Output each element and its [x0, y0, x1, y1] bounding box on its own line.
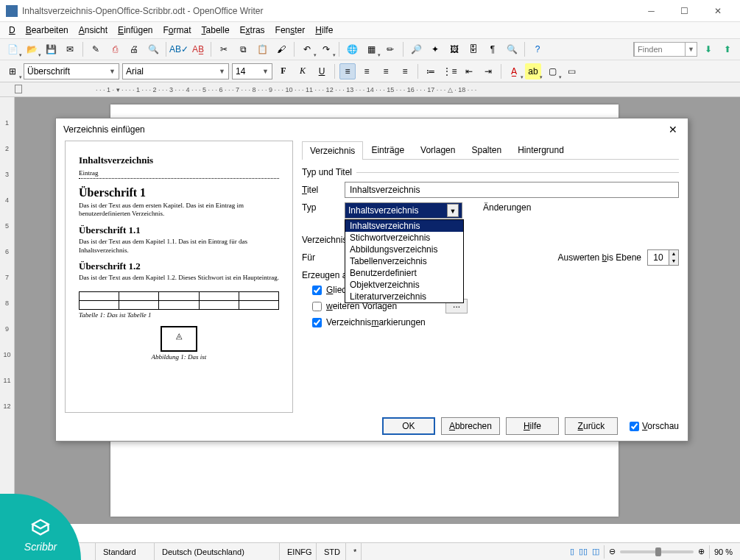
menu-einfuegen[interactable]: Einfügen	[113, 24, 157, 37]
pdf-icon[interactable]: ⎙	[107, 41, 123, 57]
preview-icon[interactable]: 🔍	[145, 41, 161, 57]
find-dropdown-icon[interactable]: ▼	[686, 46, 697, 53]
menu-extras[interactable]: Extras	[236, 24, 269, 37]
view-single-icon[interactable]: ▯	[570, 547, 574, 556]
cut-icon[interactable]: ✂	[216, 41, 232, 57]
tab-vorlagen[interactable]: Vorlagen	[412, 141, 463, 159]
typ-option-4[interactable]: Benutzerdefiniert	[345, 267, 463, 279]
paragraph-style-combo[interactable]: Überschrift▼	[24, 63, 119, 79]
view-multi-icon[interactable]: ▯▯	[579, 547, 588, 556]
back-button[interactable]: Zurück	[565, 417, 618, 435]
highlight-icon[interactable]: ab▾	[525, 63, 541, 79]
menu-bearbeiten[interactable]: Bearbeiten	[21, 24, 73, 37]
cb-outline[interactable]	[312, 286, 322, 295]
spin-up-icon[interactable]: ▲	[669, 250, 678, 258]
zoom-slider[interactable]	[620, 550, 694, 553]
bullets-icon[interactable]: ⋮≡	[442, 63, 458, 79]
preview-checkbox-wrap[interactable]: Vorschau	[630, 421, 679, 431]
tab-marker-icon[interactable]	[15, 85, 22, 93]
dialog-close-icon[interactable]: ✕	[666, 122, 680, 137]
autospell-icon[interactable]: AB̲	[190, 41, 206, 57]
find-icon[interactable]: 🔎	[408, 41, 424, 57]
styles-icon[interactable]: ⊞▾	[4, 63, 21, 79]
zoom-value[interactable]: 90 %	[714, 547, 733, 556]
menu-tabelle[interactable]: Tabelle	[197, 24, 234, 37]
typ-option-6[interactable]: Literaturverzeichnis	[345, 291, 463, 302]
indent-increase-icon[interactable]: ⇥	[480, 63, 496, 79]
tab-spalten[interactable]: Spalten	[463, 141, 510, 159]
redo-icon[interactable]: ↷▾	[318, 41, 334, 57]
font-color-icon[interactable]: A̲▾	[506, 63, 522, 79]
align-right-icon[interactable]: ≡	[378, 63, 394, 79]
align-justify-icon[interactable]: ≡	[397, 63, 413, 79]
format-paintbrush-icon[interactable]: 🖌	[273, 41, 289, 57]
indent-decrease-icon[interactable]: ⇤	[461, 63, 477, 79]
help-button[interactable]: Hilfe	[506, 417, 559, 435]
datasource-icon[interactable]: 🗄	[465, 41, 482, 57]
cb-marks[interactable]	[312, 318, 322, 327]
numbering-icon[interactable]: ≔	[423, 63, 439, 79]
view-book-icon[interactable]: ◫	[592, 547, 599, 556]
print-icon[interactable]: 🖨	[126, 41, 142, 57]
tab-verzeichnis[interactable]: Verzeichnis	[302, 141, 363, 160]
status-style[interactable]: Standard	[96, 543, 155, 560]
status-insert[interactable]: EINFG	[280, 543, 317, 560]
typ-option-5[interactable]: Objektverzeichnis	[345, 279, 463, 291]
spin-down-icon[interactable]: ▼	[669, 258, 678, 265]
typ-option-3[interactable]: Tabellenverzeichnis	[345, 255, 463, 267]
bold-icon[interactable]: F	[275, 63, 292, 79]
status-language[interactable]: Deutsch (Deutschland)	[155, 543, 280, 560]
nonprint-icon[interactable]: ¶	[484, 41, 501, 57]
font-name-combo[interactable]: Arial▼	[122, 63, 229, 79]
drawing-icon[interactable]: ✏	[382, 41, 398, 57]
typ-option-0[interactable]: Inhaltsverzeichnis	[345, 220, 463, 232]
typ-combo[interactable]: Inhaltsverzeichnis ▼ Inhaltsverzeichnis …	[345, 202, 462, 219]
new-icon[interactable]: 📄▾	[4, 41, 21, 57]
spellcheck-icon[interactable]: AB✓	[171, 41, 187, 57]
align-left-icon[interactable]: ≡	[339, 63, 356, 79]
preview-checkbox[interactable]	[630, 422, 639, 431]
tab-hintergrund[interactable]: Hintergrund	[510, 141, 572, 159]
hyperlink-icon[interactable]: 🌐	[344, 41, 360, 57]
mail-icon[interactable]: ✉	[62, 41, 78, 57]
gallery-icon[interactable]: 🖼	[446, 41, 462, 57]
copy-icon[interactable]: ⧉	[235, 41, 251, 57]
help-icon[interactable]: ?	[529, 41, 546, 57]
cb-templates[interactable]	[312, 302, 322, 311]
ok-button[interactable]: OK	[382, 417, 435, 435]
find-next-icon[interactable]: ⬇	[700, 41, 716, 57]
zoom-out-icon[interactable]: ⊖	[609, 547, 616, 556]
maximize-button[interactable]: ☐	[668, 0, 701, 22]
minimize-button[interactable]: ─	[635, 0, 668, 22]
menu-hilfe[interactable]: Hilfe	[311, 24, 337, 37]
font-size-combo[interactable]: 14▼	[232, 63, 272, 79]
find-prev-icon[interactable]: ⬆	[719, 41, 736, 57]
find-input[interactable]	[634, 42, 686, 57]
input-titel[interactable]	[345, 182, 679, 198]
save-icon[interactable]: 💾	[43, 41, 59, 57]
zoom-in-icon[interactable]: ⊕	[698, 547, 705, 556]
close-button[interactable]: ✕	[701, 0, 734, 22]
paste-icon[interactable]: 📋	[254, 41, 270, 57]
zoom-icon[interactable]: 🔍	[504, 41, 520, 57]
spin-eval-level[interactable]: ▲▼	[647, 249, 679, 266]
typ-option-2[interactable]: Abbildungsverzeichnis	[345, 244, 463, 255]
cancel-button[interactable]: Abbrechen	[441, 417, 500, 435]
typ-option-1[interactable]: Stichwortverzeichnis	[345, 232, 463, 244]
status-selection[interactable]: STD	[317, 543, 346, 560]
italic-icon[interactable]: K	[295, 63, 311, 79]
menu-datei[interactable]: D	[4, 24, 20, 37]
underline-icon[interactable]: U	[314, 63, 330, 79]
tab-eintraege[interactable]: Einträge	[363, 141, 412, 159]
menu-fenster[interactable]: Fenster	[271, 24, 310, 37]
menu-format[interactable]: Format	[159, 24, 196, 37]
open-icon[interactable]: 📂▾	[24, 41, 40, 57]
table-icon[interactable]: ▦▾	[363, 41, 379, 57]
bgcolor-icon[interactable]: ▢▾	[544, 63, 560, 79]
eval-level-value[interactable]	[648, 252, 669, 263]
navigator-icon[interactable]: ✦	[427, 41, 443, 57]
edit-icon[interactable]: ✎	[88, 41, 104, 57]
undo-icon[interactable]: ↶▾	[299, 41, 315, 57]
extra-icon[interactable]: ▭	[563, 63, 579, 79]
typ-dropdown-icon[interactable]: ▼	[447, 204, 459, 217]
